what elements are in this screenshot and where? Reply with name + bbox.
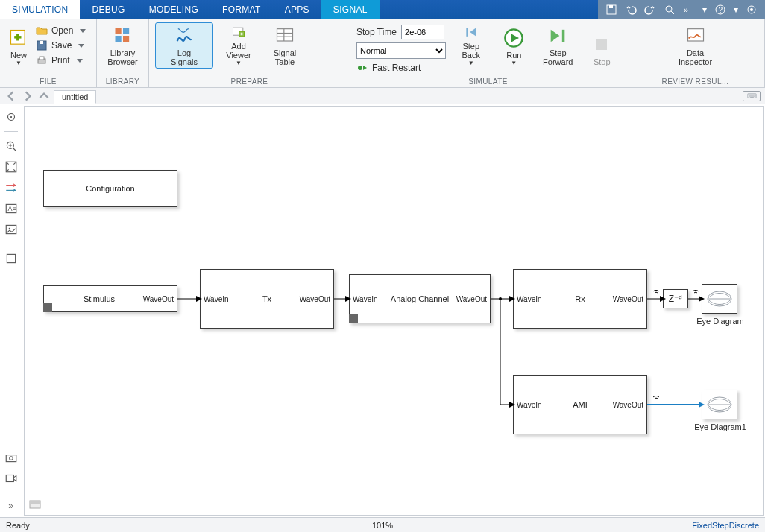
block-rx[interactable]: WaveIn Rx WaveOut — [513, 269, 647, 329]
save-icon[interactable] — [605, 4, 617, 16]
fit-view-icon[interactable] — [4, 160, 18, 174]
status-bar: Ready 101% FixedStepDiscrete — [0, 517, 765, 532]
port-in: WaveIn — [353, 295, 378, 303]
image-icon[interactable] — [4, 223, 18, 236]
block-badge-icon — [349, 314, 358, 323]
undo-icon[interactable] — [625, 4, 637, 16]
svg-rect-29 — [466, 28, 468, 37]
block-eye-diagram1[interactable] — [702, 390, 737, 419]
tab-signal[interactable]: SIGNAL — [321, 0, 380, 19]
svg-rect-1 — [609, 5, 613, 8]
nav-forward-icon[interactable] — [21, 89, 34, 103]
add-viewer-button[interactable]: Add Viewer ▼ — [218, 22, 259, 69]
tab-format[interactable]: FORMAT — [210, 0, 273, 19]
svg-rect-24 — [277, 29, 293, 41]
palette: A≡ » — [0, 104, 22, 517]
stop-button[interactable]: Stop — [584, 22, 620, 69]
ribbon: New ▼ Open Save Print FILE — [0, 19, 765, 88]
stop-time-field[interactable]: Stop Time — [356, 24, 446, 40]
block-delay[interactable]: Z⁻ᵈ — [663, 289, 688, 308]
svg-text:A≡: A≡ — [7, 205, 16, 212]
record-icon[interactable] — [4, 472, 18, 485]
toolstrip-tabs: SIMULATION DEBUG MODELING FORMAT APPS SI… — [0, 0, 765, 19]
save-button[interactable]: Save — [36, 39, 86, 52]
redo-icon[interactable] — [644, 4, 656, 16]
svg-line-37 — [13, 148, 16, 151]
status-ready: Ready — [6, 521, 30, 530]
log-signals-button[interactable]: Log Signals — [155, 22, 213, 69]
explorer-bar: untitled ⌨ — [0, 88, 765, 104]
status-solver[interactable]: FixedStepDiscrete — [692, 521, 759, 530]
svg-rect-16 — [115, 28, 121, 34]
eye-icon — [705, 288, 734, 310]
nav-up-icon[interactable] — [37, 89, 51, 103]
group-file-label: FILE — [6, 76, 90, 86]
block-stimulus[interactable]: Stimulus WaveOut — [43, 285, 177, 312]
library-browser-button[interactable]: Library Browser — [103, 22, 142, 69]
port-in: WaveIn — [204, 295, 229, 303]
group-file: New ▼ Open Save Print FILE — [0, 19, 97, 87]
keyboard-icon[interactable]: ⌨ — [743, 91, 761, 101]
block-eye-diagram[interactable] — [702, 284, 737, 314]
group-prepare: Log Signals Add Viewer ▼ Signal Table PR… — [149, 19, 350, 87]
help-icon[interactable]: ? — [714, 4, 726, 16]
open-button[interactable]: Open — [36, 24, 86, 37]
svg-rect-18 — [115, 36, 121, 42]
model-tab[interactable]: untitled — [54, 90, 96, 104]
block-tx[interactable]: WaveIn Tx WaveOut — [200, 269, 334, 329]
new-button[interactable]: New ▼ — [6, 22, 31, 69]
model-badge-icon[interactable] — [29, 498, 41, 510]
svg-point-2 — [666, 6, 672, 12]
group-review-results: Data Inspector REVIEW RESUL... — [626, 19, 765, 87]
nav-back-icon[interactable] — [4, 89, 18, 103]
block-configuration[interactable]: Configuration — [43, 170, 177, 207]
step-forward-button[interactable]: Step Forward — [539, 22, 576, 69]
toggle-sample-time-icon[interactable] — [4, 181, 18, 194]
block-tx-label: Tx — [262, 294, 271, 303]
tab-apps[interactable]: APPS — [273, 0, 321, 19]
svg-rect-19 — [123, 36, 129, 42]
svg-rect-31 — [562, 30, 565, 42]
expand-palette-icon[interactable]: » — [8, 501, 13, 511]
svg-point-8 — [750, 8, 753, 11]
block-badge-icon — [43, 303, 52, 312]
port-out: WaveOut — [456, 295, 487, 303]
zoom-target-icon[interactable] — [4, 110, 18, 124]
zoom-in-icon[interactable] — [4, 139, 18, 153]
status-zoom[interactable]: 101% — [372, 521, 393, 530]
tab-simulation[interactable]: SIMULATION — [0, 0, 80, 19]
collapse-ribbon-icon[interactable] — [746, 4, 758, 16]
print-button[interactable]: Print — [36, 54, 86, 67]
stop-time-input[interactable] — [401, 25, 444, 39]
search-icon[interactable] — [664, 4, 676, 16]
tab-modeling[interactable]: MODELING — [137, 0, 210, 19]
svg-rect-48 — [6, 455, 16, 462]
svg-text:»: » — [684, 5, 688, 14]
group-library-label: LIBRARY — [103, 76, 142, 86]
fast-restart-button[interactable]: Fast Restart — [356, 61, 446, 75]
signal-table-button[interactable]: Signal Table — [264, 22, 306, 69]
group-prepare-label: PREPARE — [155, 76, 344, 86]
svg-point-63 — [499, 297, 502, 300]
svg-rect-15 — [40, 57, 44, 60]
svg-point-46 — [8, 228, 10, 229]
step-back-button[interactable]: Step Back ▼ — [453, 22, 489, 69]
simulation-mode-select[interactable]: Normal — [356, 42, 446, 59]
group-simulate-label: SIMULATE — [356, 76, 620, 86]
more-icon[interactable]: » — [683, 4, 695, 16]
area-icon[interactable] — [4, 252, 18, 265]
block-analog-channel[interactable]: WaveIn Analog Channel WaveOut — [349, 274, 491, 323]
snapshot-icon[interactable] — [4, 451, 18, 464]
run-button[interactable]: Run ▼ — [497, 22, 532, 69]
annotation-icon[interactable]: A≡ — [4, 202, 18, 215]
data-inspector-button[interactable]: Data Inspector — [670, 22, 722, 69]
canvas[interactable]: Configuration Stimulus WaveOut WaveIn Tx… — [24, 106, 764, 516]
svg-line-3 — [671, 11, 674, 14]
svg-point-28 — [358, 66, 362, 70]
block-rx-label: Rx — [575, 294, 585, 303]
tab-debug[interactable]: DEBUG — [80, 0, 136, 19]
port-out: WaveOut — [143, 295, 174, 303]
stop-time-label: Stop Time — [356, 27, 397, 37]
block-ami[interactable]: WaveIn AMI WaveOut — [513, 375, 647, 434]
quick-access-toolbar: » ▾ ? ▾ — [598, 0, 765, 19]
